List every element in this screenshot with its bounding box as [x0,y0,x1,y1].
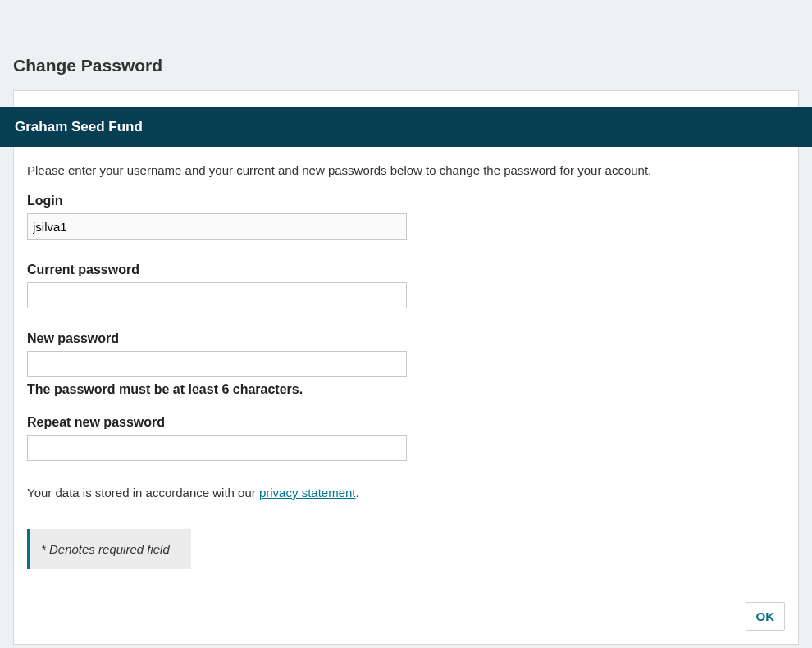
privacy-prefix: Your data is stored in accordance with o… [27,486,259,500]
privacy-link[interactable]: privacy statement [259,486,356,500]
instructions-text: Please enter your username and your curr… [14,147,798,185]
new-password-hint: The password must be at least 6 characte… [27,382,785,397]
repeat-password-label: Repeat new password [27,415,785,430]
current-password-input[interactable] [27,282,407,308]
privacy-suffix: . [356,486,359,500]
new-password-input[interactable] [27,351,407,377]
repeat-password-group: Repeat new password [14,397,798,461]
privacy-row: Your data is stored in accordance with o… [14,461,798,500]
change-password-card: Graham Seed Fund Please enter your usern… [13,90,799,645]
new-password-label: New password [27,331,785,346]
repeat-password-input[interactable] [27,435,407,461]
new-password-group: New password The password must be at lea… [14,308,798,397]
card-header: Graham Seed Fund [0,107,812,147]
current-password-group: Current password [14,240,798,308]
current-password-label: Current password [27,262,785,277]
required-note: * Denotes required field [27,529,191,569]
login-label: Login [27,194,785,208]
login-group: Login [14,185,798,240]
login-input[interactable] [27,213,407,240]
page-title: Change Password [0,0,812,75]
ok-button[interactable]: OK [746,602,786,631]
